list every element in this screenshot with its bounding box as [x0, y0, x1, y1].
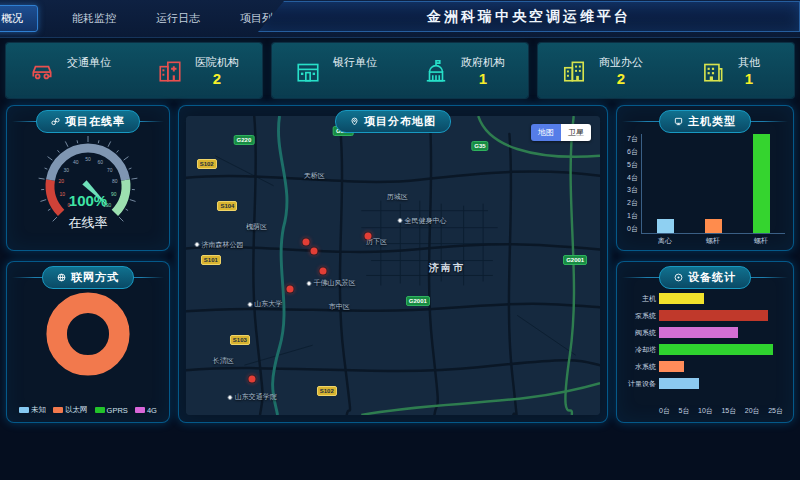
road-badge: G2001: [406, 296, 430, 306]
stat-office: 商业办公 2: [538, 43, 666, 98]
svg-text:40: 40: [73, 159, 79, 165]
device-label: 计量设备: [621, 379, 659, 389]
map-place-label: 长清区: [213, 356, 234, 366]
panel-header: 项目在线率: [36, 110, 140, 133]
satellite-mode-button[interactable]: 卫星: [561, 124, 591, 141]
bar: [659, 310, 768, 321]
panel-header: 项目分布地图: [335, 110, 451, 133]
road-badge: S104: [217, 201, 237, 211]
network-legend: 未知 以太网 GPRS 4G: [7, 405, 169, 415]
poi-marker: [228, 395, 233, 400]
device-row: 阀系统: [621, 326, 783, 339]
x-tick-label: 25台: [768, 406, 783, 416]
bar: [659, 327, 738, 338]
project-marker[interactable]: [286, 286, 293, 293]
y-axis: 7台6台5台4台3台2台1台0台: [621, 134, 641, 234]
map-place-label: 槐荫区: [246, 222, 267, 232]
online-rate-value: 100%: [7, 192, 169, 209]
bar: [753, 134, 770, 233]
legend-swatch: [53, 407, 63, 413]
y-tick-label: 6台: [627, 147, 638, 157]
target-icon: [674, 273, 683, 282]
bar: [659, 344, 773, 355]
project-marker[interactable]: [365, 232, 372, 239]
map-place-label: 山东交通学院: [228, 392, 277, 402]
bar-track: [659, 361, 783, 372]
online-rate-caption: 在线率: [7, 214, 169, 232]
panel-network-type: 联网方式 未知 以太网 GPRS: [6, 261, 170, 423]
map-place-label: 天桥区: [304, 171, 325, 181]
platform-title: 金洲科瑞中央空调运维平台: [258, 1, 800, 32]
y-tick-label: 5台: [627, 160, 638, 170]
panel-header: 主机类型: [659, 110, 751, 133]
device-row: 冷却塔: [621, 343, 783, 356]
link-icon: [51, 117, 60, 126]
road-badge: G2001: [563, 255, 587, 265]
bar: [705, 219, 722, 233]
legend-unknown: 未知: [19, 405, 46, 415]
panel-title: 联网方式: [71, 270, 119, 285]
map-place-label: 济南森林公园: [195, 240, 244, 250]
legend-label: 未知: [31, 405, 46, 415]
y-tick-label: 0台: [627, 224, 638, 234]
project-marker[interactable]: [303, 238, 310, 245]
project-marker[interactable]: [249, 376, 256, 383]
tab-overview[interactable]: 概况: [0, 5, 38, 32]
road-badge: S102: [197, 159, 217, 169]
legend-label: GPRS: [107, 406, 128, 415]
hospital-icon: [157, 58, 183, 84]
x-category-label: 离心: [658, 236, 672, 246]
map-place-label: 全民健身中心: [397, 216, 446, 226]
stats-row: 交通单位 医院机构 2: [6, 43, 794, 98]
map-mode-button[interactable]: 地图: [531, 124, 561, 141]
device-label: 阀系统: [621, 328, 659, 338]
project-marker[interactable]: [319, 268, 326, 275]
map-canvas[interactable]: 济南市历下区历城区天桥区槐荫区市中区长清区千佛山风景区山东大学济南森林公园全民健…: [186, 116, 600, 415]
stat-card-red: 交通单位 医院机构 2: [6, 43, 262, 98]
x-tick-label: 0台: [659, 406, 670, 416]
x-tick-label: 15台: [721, 406, 736, 416]
map-layer-controls: 地图 卫星: [531, 124, 591, 141]
stat-card-teal: 银行单位 政府机构 1: [272, 43, 528, 98]
platform-title-text: 金洲科瑞中央空调运维平台: [427, 8, 631, 26]
svg-text:20: 20: [59, 178, 65, 184]
y-tick-label: 3台: [627, 185, 638, 195]
legend-swatch: [95, 407, 105, 413]
device-row: 泵系统: [621, 309, 783, 322]
stat-label: 银行单位: [333, 55, 377, 70]
stat-label: 交通单位: [67, 55, 111, 70]
device-stats-chart: 主机泵系统阀系统冷却塔水系统计量设备: [621, 292, 783, 394]
x-axis: 0台5台10台15台20台25台: [659, 406, 783, 416]
road-badge: S102: [317, 386, 337, 396]
device-row: 计量设备: [621, 377, 783, 390]
legend-ethernet: 以太网: [53, 405, 88, 415]
tab-run-log[interactable]: 运行日志: [150, 6, 206, 31]
tab-energy-monitor[interactable]: 能耗监控: [66, 6, 122, 31]
legend-label: 4G: [147, 406, 157, 415]
panel-title: 主机类型: [688, 114, 736, 129]
stat-value: 1: [479, 70, 487, 87]
stat-label: 商业办公: [599, 55, 643, 70]
device-row: 水系统: [621, 360, 783, 373]
online-rate-gauge: 0102030405060708090100: [13, 126, 163, 226]
dashboard-root: 概况 能耗监控 运行日志 项目列表 视频监控 金洲科瑞中央空调运维平台 交通单位: [0, 0, 800, 480]
stat-value: 1: [745, 70, 753, 87]
x-axis: 离心螺杆螺杆: [641, 236, 785, 246]
legend-label: 以太网: [65, 405, 88, 415]
bar-track: [659, 344, 783, 355]
stat-value: 2: [617, 70, 625, 87]
stat-government: 政府机构 1: [400, 43, 528, 98]
panel-title: 项目分布地图: [364, 114, 436, 129]
signal-icon: [57, 273, 66, 282]
project-marker[interactable]: [311, 247, 318, 254]
poi-marker: [306, 281, 311, 286]
map-overlay: 济南市历下区历城区天桥区槐荫区市中区长清区千佛山风景区山东大学济南森林公园全民健…: [186, 116, 600, 415]
building-icon: [700, 58, 726, 84]
device-row: 主机: [621, 292, 783, 305]
main-area: 项目在线率 0102030405060708090100 100% 在线率 联网…: [6, 105, 794, 423]
map-place-label: 山东大学: [247, 299, 282, 309]
stat-bank: 银行单位: [272, 43, 400, 98]
stat-label: 医院机构: [195, 55, 239, 70]
road-badge: G35: [471, 141, 488, 151]
x-tick-label: 10台: [698, 406, 713, 416]
